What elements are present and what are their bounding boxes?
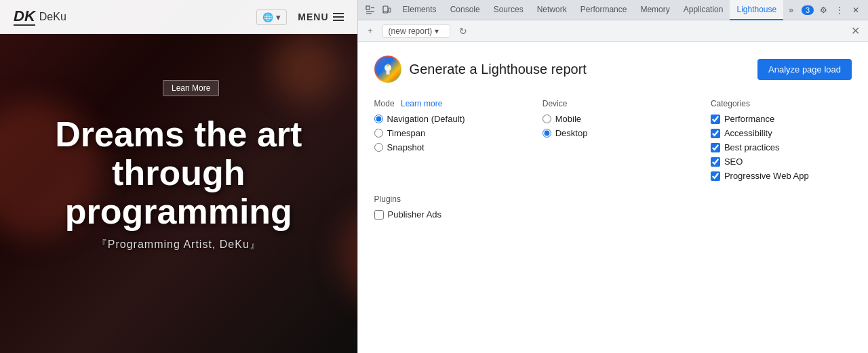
learn-more-button[interactable]: Lean More — [163, 80, 219, 96]
device-toggle-icon[interactable] — [380, 3, 393, 17]
menu-label: MENU — [298, 12, 328, 22]
mode-snapshot-label: Snapshot — [387, 142, 425, 152]
chevron-down-icon: ▾ — [276, 12, 281, 22]
categories-checkbox-group: Performance Accessibility Best practices… — [711, 114, 852, 181]
lang-selector[interactable]: 🌐 ▾ — [256, 9, 287, 25]
category-seo-label: SEO — [724, 157, 743, 167]
add-report-icon[interactable]: ＋ — [363, 24, 377, 38]
tab-elements[interactable]: Elements — [396, 0, 443, 20]
bg-decoration — [271, 34, 339, 102]
mode-navigation[interactable]: Navigation (Default) — [374, 114, 515, 124]
device-desktop[interactable]: Desktop — [542, 128, 684, 138]
category-best-practices-label: Best practices — [724, 142, 780, 152]
plugins-checkbox-group: Publisher Ads — [374, 209, 852, 220]
tab-sources[interactable]: Sources — [487, 0, 530, 20]
categories-section: Categories Performance Accessibility Bes… — [711, 99, 852, 181]
lighthouse-options: Mode Learn more Navigation (Default) Tim… — [374, 99, 852, 181]
lighthouse-logo — [374, 56, 401, 83]
devtools-right-icons: 3 ⚙ ⋮ ✕ — [802, 3, 863, 17]
mode-navigation-label: Navigation (Default) — [387, 114, 465, 124]
svg-rect-8 — [386, 70, 389, 75]
mode-snapshot[interactable]: Snapshot — [374, 142, 515, 152]
category-pwa-label: Progressive Web App — [724, 171, 809, 181]
more-options-icon[interactable]: ⋮ — [833, 3, 846, 17]
category-best-practices[interactable]: Best practices — [711, 142, 852, 152]
devtools-tabs: Elements Console Sources Network Perform… — [396, 0, 799, 20]
mode-navigation-radio[interactable] — [374, 115, 383, 123]
category-performance-label: Performance — [724, 114, 774, 124]
settings-icon[interactable]: ⚙ — [816, 3, 830, 17]
website-panel: DK DeKu 🌐 ▾ MENU Lean More Dreams the ar… — [0, 0, 357, 353]
svg-rect-5 — [389, 8, 391, 12]
analyze-page-load-button[interactable]: Analyze page load — [757, 59, 852, 80]
mode-timespan-radio[interactable] — [374, 129, 383, 138]
category-seo-checkbox[interactable] — [711, 157, 720, 167]
devtools-panel: Elements Console Sources Network Perform… — [357, 0, 868, 353]
tab-memory[interactable]: Memory — [633, 0, 676, 20]
hero-title: Dreams the art through programming — [18, 115, 339, 231]
menu-button[interactable]: MENU — [298, 12, 343, 22]
lighthouse-header: Generate a Lighthouse report Analyze pag… — [374, 56, 852, 83]
device-section: Device Mobile Desktop — [542, 99, 684, 181]
category-seo[interactable]: SEO — [711, 157, 852, 167]
plugin-publisher-ads[interactable]: Publisher Ads — [374, 209, 852, 220]
device-desktop-radio[interactable] — [542, 129, 551, 138]
device-label: Device — [542, 99, 684, 108]
mode-radio-group: Navigation (Default) Timespan Snapshot — [374, 114, 515, 152]
hero-content: Dreams the art through programming 『Prog… — [18, 115, 339, 252]
plugins-label: Plugins — [374, 194, 852, 204]
lighthouse-content: Generate a Lighthouse report Analyze pag… — [358, 42, 868, 353]
new-report-select[interactable]: (new report) ▾ — [382, 24, 450, 38]
plugin-publisher-ads-label: Publisher Ads — [388, 209, 442, 220]
more-tabs-button[interactable]: » — [783, 5, 799, 15]
tab-console[interactable]: Console — [443, 0, 487, 20]
tab-lighthouse[interactable]: Lighthouse — [730, 0, 783, 20]
tab-network[interactable]: Network — [530, 0, 574, 20]
globe-icon: 🌐 — [262, 12, 273, 22]
device-mobile-radio[interactable] — [542, 115, 551, 123]
logo-dk: DK — [14, 9, 35, 26]
category-pwa-checkbox[interactable] — [711, 171, 720, 181]
category-best-practices-checkbox[interactable] — [711, 143, 720, 152]
hero-subtitle: 『Programming Artist, DeKu』 — [18, 238, 339, 252]
lighthouse-title-area: Generate a Lighthouse report — [374, 56, 587, 83]
device-radio-group: Mobile Desktop — [542, 114, 684, 138]
lighthouse-logo-inner — [376, 57, 400, 81]
tab-performance[interactable]: Performance — [574, 0, 634, 20]
category-pwa[interactable]: Progressive Web App — [711, 171, 852, 181]
learn-more-link[interactable]: Learn more — [401, 99, 442, 108]
error-badge: 3 — [802, 5, 814, 15]
inspect-element-icon[interactable] — [363, 3, 377, 17]
website-header: DK DeKu 🌐 ▾ MENU — [0, 0, 357, 34]
plugin-publisher-ads-checkbox[interactable] — [374, 210, 384, 220]
hamburger-icon — [333, 13, 344, 21]
new-report-label: (new report) — [389, 26, 433, 36]
mode-label: Mode Learn more — [374, 99, 515, 108]
categories-label: Categories — [711, 99, 852, 108]
devtools-bar2: ＋ (new report) ▾ ↻ ✕ — [358, 20, 868, 42]
refresh-button[interactable]: ↻ — [456, 24, 471, 39]
category-accessibility-label: Accessibility — [724, 128, 772, 138]
device-mobile-label: Mobile — [555, 114, 581, 124]
mode-section: Mode Learn more Navigation (Default) Tim… — [374, 99, 515, 181]
category-performance-checkbox[interactable] — [711, 115, 720, 124]
nav-area: 🌐 ▾ MENU — [256, 9, 343, 25]
mode-timespan-label: Timespan — [387, 128, 426, 138]
lighthouse-title: Generate a Lighthouse report — [410, 62, 587, 77]
close-panel-button[interactable]: ✕ — [848, 24, 863, 39]
device-mobile[interactable]: Mobile — [542, 114, 684, 124]
logo-text: DeKu — [39, 11, 66, 23]
tab-application[interactable]: Application — [677, 0, 730, 20]
select-arrow-icon: ▾ — [435, 26, 439, 36]
mode-timespan[interactable]: Timespan — [374, 128, 515, 138]
plugins-section: Plugins Publisher Ads — [374, 194, 852, 220]
category-accessibility-checkbox[interactable] — [711, 129, 720, 138]
close-devtools-icon[interactable]: ✕ — [849, 3, 863, 17]
category-accessibility[interactable]: Accessibility — [711, 128, 852, 138]
svg-rect-0 — [366, 6, 370, 9]
device-desktop-label: Desktop — [555, 128, 588, 138]
devtools-topbar: Elements Console Sources Network Perform… — [358, 0, 868, 20]
logo-area: DK DeKu — [14, 9, 66, 26]
category-performance[interactable]: Performance — [711, 114, 852, 124]
mode-snapshot-radio[interactable] — [374, 143, 383, 152]
